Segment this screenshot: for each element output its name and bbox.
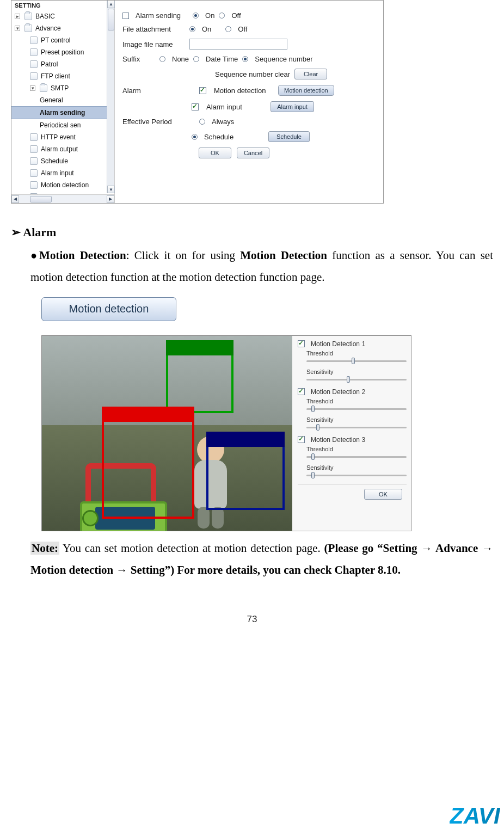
scroll-thumb[interactable] <box>30 196 52 202</box>
schedule-button[interactable]: Schedule <box>268 131 310 142</box>
checkbox-alarm-input[interactable] <box>192 103 199 110</box>
text-span: You can set motion detection at motion d… <box>59 542 324 555</box>
sidebar-item-general[interactable]: General <box>11 94 114 106</box>
alarm-input-button[interactable]: Alarm input <box>271 101 314 112</box>
scroll-down-icon[interactable]: ▼ <box>107 186 115 193</box>
input-image-file-name[interactable] <box>189 39 287 50</box>
radio-label: None <box>172 55 189 63</box>
scroll-up-icon[interactable]: ▲ <box>107 1 115 8</box>
label-image-file-name: Image file name <box>122 40 185 48</box>
row-effective-period-schedule: Schedule Schedule <box>122 131 378 142</box>
sidebar-item-periodical-sending[interactable]: Periodical sen <box>11 119 114 131</box>
radio-suffix-sequence[interactable] <box>242 56 248 62</box>
slider-thumb[interactable] <box>311 406 315 412</box>
sidebar-item-pt-control[interactable]: PT control <box>11 34 114 46</box>
sidebar-item-schedule[interactable]: Schedule <box>11 155 114 167</box>
vertical-scrollbar[interactable]: ▲ ▼ <box>107 1 114 193</box>
motion-panel-actions: OK <box>298 484 407 504</box>
scroll-right-icon[interactable]: ▶ <box>107 195 114 203</box>
page-icon <box>30 133 38 141</box>
brand-footer: ZAVI <box>444 802 504 829</box>
sidebar-item-basic[interactable]: ▸ BASIC <box>11 10 114 22</box>
radio-file-attachment-on[interactable] <box>189 26 195 32</box>
sidebar-item-ftp-client[interactable]: FTP client <box>11 70 114 82</box>
sidebar-item-smtp[interactable]: ▾SMTP <box>11 82 114 94</box>
chevron-down-icon: ▾ <box>15 26 20 31</box>
checkbox-md3[interactable] <box>298 436 305 443</box>
page-icon <box>30 145 38 153</box>
group-title: Motion Detection 1 <box>311 340 365 348</box>
page-icon <box>30 36 38 44</box>
label-effective-period: Effective Period <box>122 118 185 126</box>
radio-label: Schedule <box>204 133 264 141</box>
motion-region-1[interactable] <box>166 353 233 413</box>
radio-label: Always <box>212 118 234 126</box>
checkbox-md1[interactable] <box>298 340 305 347</box>
checkbox-md2[interactable] <box>298 388 305 395</box>
form-actions: OK Cancel <box>122 148 378 158</box>
sidebar-item-patrol[interactable]: Patrol <box>11 58 114 70</box>
motion-detection-panel: Motion Detection 1 Threshold Sensitivity… <box>292 336 411 531</box>
scroll-thumb[interactable] <box>108 9 114 30</box>
sidebar-item-label: Motion detection <box>41 181 89 189</box>
slider-thumb[interactable] <box>311 472 315 478</box>
radio-alarm-sending-off[interactable] <box>219 13 225 19</box>
sidebar-item-preset-position[interactable]: Preset position <box>11 46 114 58</box>
row-alarm-input: Alarm input Alarm input <box>122 101 378 112</box>
ok-button[interactable]: OK <box>364 489 402 500</box>
sidebar-item-label: BASIC <box>35 13 55 20</box>
sidebar-item-label: Alarm input <box>41 169 74 177</box>
slider-md1-threshold[interactable] <box>306 358 407 365</box>
sidebar-item-alarm-sending[interactable]: Alarm sending <box>11 106 114 119</box>
horizontal-scrollbar[interactable]: ◀ ▶ <box>11 194 114 203</box>
radio-suffix-datetime[interactable] <box>193 56 199 62</box>
radio-alarm-sending-on[interactable] <box>193 13 199 19</box>
row-image-file-name: Image file name <box>122 39 378 50</box>
label-alarm-input: Alarm input <box>206 103 266 111</box>
radio-effective-schedule[interactable] <box>192 134 198 140</box>
page-icon <box>30 48 38 56</box>
slider-thumb[interactable] <box>347 376 350 383</box>
text-span: : Click it on for using <box>126 249 240 262</box>
region-header-bar[interactable] <box>166 340 233 355</box>
slider-thumb[interactable] <box>316 424 319 431</box>
region-header-bar[interactable] <box>102 407 194 422</box>
slider-md3-threshold[interactable] <box>306 453 407 461</box>
sidebar-item-label: SMTP <box>51 84 69 92</box>
ok-button[interactable]: OK <box>199 148 231 158</box>
sidebar-item-alarm-output[interactable]: Alarm output <box>11 143 114 155</box>
motion-region-2[interactable] <box>102 420 194 519</box>
slider-thumb[interactable] <box>311 453 315 460</box>
region-header-bar[interactable] <box>206 432 285 447</box>
sidebar-item-label: PT control <box>41 36 70 44</box>
label-seq-clear: Sequence number clear <box>215 70 290 78</box>
radio-suffix-none[interactable] <box>159 56 165 62</box>
radio-file-attachment-off[interactable] <box>225 26 231 32</box>
label-alarm: Alarm <box>122 87 185 95</box>
motion-detection-button[interactable]: Motion detection <box>278 85 334 96</box>
row-effective-period-always: Effective Period Always <box>122 118 378 126</box>
sidebar-item-motion-detection[interactable]: Motion detection <box>11 179 114 191</box>
expand-box-icon[interactable] <box>122 13 129 19</box>
scroll-left-icon[interactable]: ◀ <box>11 195 19 203</box>
sidebar-item-alarm-input[interactable]: Alarm input <box>11 167 114 179</box>
slider-md2-sensitivity[interactable] <box>306 424 407 432</box>
motion-region-3[interactable] <box>206 445 285 510</box>
label-suffix: Suffix <box>122 55 155 63</box>
motion-detection-large-button[interactable]: Motion detection <box>41 297 176 321</box>
clear-button[interactable]: Clear <box>294 69 327 79</box>
slider-md1-sensitivity[interactable] <box>306 376 407 384</box>
scroll-track[interactable] <box>19 195 107 203</box>
checkbox-motion-detection[interactable] <box>199 87 206 94</box>
slider-thumb[interactable] <box>352 358 355 364</box>
note-label: Note: <box>30 542 59 555</box>
slider-md3-sensitivity[interactable] <box>306 472 407 480</box>
camera-preview <box>42 336 292 531</box>
cancel-button[interactable]: Cancel <box>237 148 269 158</box>
section-heading-alarm: ➢ Alarm <box>11 225 493 240</box>
radio-label: Sequence number <box>255 55 312 63</box>
sidebar-item-http-event[interactable]: HTTP event <box>11 131 114 143</box>
radio-effective-always[interactable] <box>199 119 205 125</box>
sidebar-item-advance[interactable]: ▾ Advance <box>11 22 114 34</box>
slider-md2-threshold[interactable] <box>306 406 407 413</box>
